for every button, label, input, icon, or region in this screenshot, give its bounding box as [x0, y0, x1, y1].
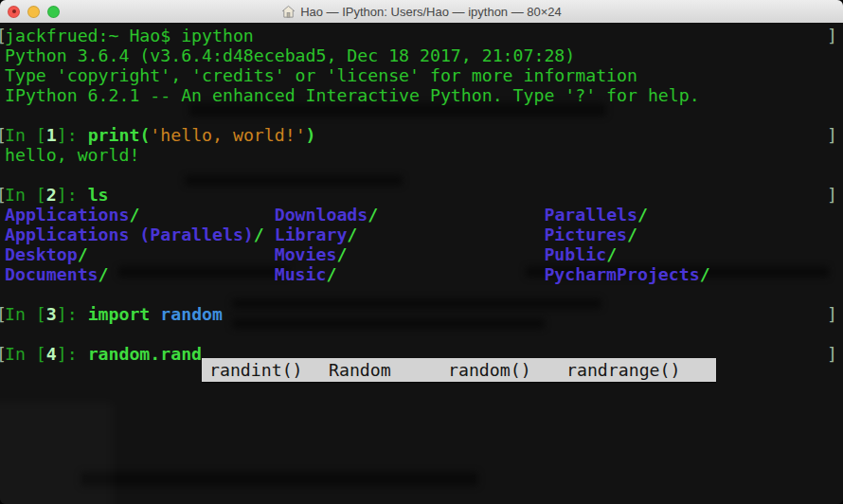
completion-item[interactable]: Random — [329, 358, 391, 382]
file-type-indicator: / — [368, 205, 378, 225]
terminal-lines: [jackfrued:~ Hao$ ipython]Python 3.6.4 (… — [5, 26, 843, 364]
directory-name: PycharmProjects — [544, 264, 699, 284]
title-bar[interactable]: Hao — IPython: Users/Hao — ipython — 80×… — [0, 0, 843, 24]
terminal-line: [In [3]: import random] — [5, 304, 843, 324]
directory-name: Movies — [275, 244, 337, 264]
prompt-mark-close: ] — [827, 344, 837, 364]
spacer — [347, 244, 544, 264]
window-title: Hao — IPython: Users/Hao — ipython — 80×… — [281, 5, 562, 19]
prompt-mark-open: [ — [0, 185, 7, 205]
prompt-number: 3 — [46, 304, 57, 324]
directory-name: Music — [275, 264, 327, 284]
file-type-indicator: / — [78, 244, 88, 264]
minimize-button[interactable] — [27, 6, 40, 18]
completion-item[interactable]: randint() — [209, 358, 303, 382]
terminal-line — [5, 165, 843, 185]
completion-item[interactable]: randrange() — [566, 358, 680, 382]
terminal-line: Desktop/ Movies/ Public/ — [5, 244, 843, 264]
home-folder-icon — [281, 5, 296, 19]
banner-text: Type 'copyright', 'credits' or 'license'… — [5, 65, 637, 85]
prompt: ]: — [57, 304, 88, 324]
prompt-mark-close: ] — [827, 185, 837, 205]
module-name: random — [160, 304, 223, 324]
prompt-mark-open: [ — [0, 344, 7, 364]
file-type-indicator: / — [606, 244, 617, 264]
terminal-line: [In [1]: print('hello, world!')] — [5, 125, 843, 145]
prompt: In [ — [5, 344, 46, 364]
directory-name: Parallels — [544, 205, 637, 225]
completion-item[interactable]: random() — [448, 358, 531, 382]
file-type-indicator: / — [129, 205, 139, 225]
directory-name: Documents — [5, 264, 99, 284]
command-text: random.rand — [88, 344, 202, 364]
output-text: hello, world! — [5, 145, 139, 165]
directory-name: Public — [544, 244, 606, 264]
prompt-mark-open: [ — [0, 26, 7, 45]
file-type-indicator: / — [99, 264, 109, 284]
prompt-mark-close: ] — [827, 26, 837, 45]
prompt-mark-close: ] — [827, 304, 837, 324]
terminal-line: Documents/ Music/ PycharmProjects/ — [5, 264, 843, 284]
prompt: In [ — [5, 185, 46, 205]
command-text: ) — [306, 125, 316, 145]
file-type-indicator: / — [326, 264, 336, 284]
terminal-line: Applications/ Downloads/ Parallels/ — [5, 205, 843, 225]
spacer — [336, 264, 544, 284]
terminal-line — [5, 105, 843, 125]
terminal-line: Type 'copyright', 'credits' or 'license'… — [5, 65, 843, 85]
directory-name: Applications — [5, 205, 129, 225]
prompt-mark-open: [ — [0, 125, 7, 145]
banner-text: IPython 6.2.1 -- An enhanced Interactive… — [5, 85, 700, 105]
completion-popup: randint()Randomrandom()randrange() — [202, 358, 716, 382]
file-type-indicator: / — [254, 225, 264, 244]
keyword: import — [88, 304, 151, 324]
prompt-number: 1 — [46, 125, 57, 145]
zoom-button[interactable] — [47, 6, 60, 18]
file-type-indicator: / — [637, 205, 648, 225]
terminal-line: IPython 6.2.1 -- An enhanced Interactive… — [5, 85, 843, 105]
command-text: ls — [88, 185, 109, 205]
spacer — [150, 304, 160, 324]
close-button[interactable] — [8, 6, 20, 18]
terminal-line: [In [2]: ls] — [5, 185, 843, 205]
spacer — [264, 225, 275, 244]
ghost-artifact — [0, 402, 114, 504]
spacer — [139, 205, 274, 225]
terminal-line: hello, world! — [5, 145, 843, 165]
spacer — [109, 264, 275, 284]
prompt-mark-close: ] — [827, 125, 837, 145]
terminal-line — [5, 284, 843, 304]
spacer — [357, 225, 544, 244]
prompt: In [ — [5, 125, 46, 145]
terminal-line: [jackfrued:~ Hao$ ipython] — [5, 26, 843, 45]
command-text: ( — [139, 125, 150, 145]
directory-name: Desktop — [5, 244, 78, 264]
command-text: print — [88, 125, 140, 145]
prompt: ]: — [57, 344, 88, 364]
prompt: ]: — [57, 185, 88, 205]
directory-name: Applications (Parallels) — [5, 225, 254, 244]
terminal-line — [5, 324, 843, 344]
shell-prompt-line: jackfrued:~ Hao$ ipython — [5, 26, 254, 45]
file-type-indicator: / — [347, 225, 357, 244]
prompt: In [ — [5, 304, 46, 324]
traffic-lights — [0, 0, 60, 23]
file-type-indicator: / — [627, 225, 637, 244]
prompt-number: 2 — [46, 185, 57, 205]
prompt-mark-open: [ — [0, 304, 7, 324]
terminal-window: Hao — IPython: Users/Hao — ipython — 80×… — [0, 0, 843, 504]
terminal-line: Python 3.6.4 (v3.6.4:d48ecebad5, Dec 18 … — [5, 45, 843, 65]
terminal-screen[interactable]: [jackfrued:~ Hao$ ipython]Python 3.6.4 (… — [0, 23, 843, 504]
file-type-indicator: / — [336, 244, 347, 264]
directory-name: Pictures — [544, 225, 627, 244]
prompt: ]: — [57, 125, 88, 145]
terminal-line: Applications (Parallels)/ Library/ Pictu… — [5, 225, 843, 244]
ghost-artifact — [81, 472, 478, 486]
directory-name: Library — [275, 225, 348, 244]
banner-text: Python 3.6.4 (v3.6.4:d48ecebad5, Dec 18 … — [5, 45, 575, 65]
prompt-number: 4 — [46, 344, 57, 364]
window-title-text: Hao — IPython: Users/Hao — ipython — 80×… — [300, 5, 562, 19]
string-literal: 'hello, world!' — [150, 125, 305, 145]
spacer — [378, 205, 544, 225]
file-type-indicator: / — [700, 264, 710, 284]
